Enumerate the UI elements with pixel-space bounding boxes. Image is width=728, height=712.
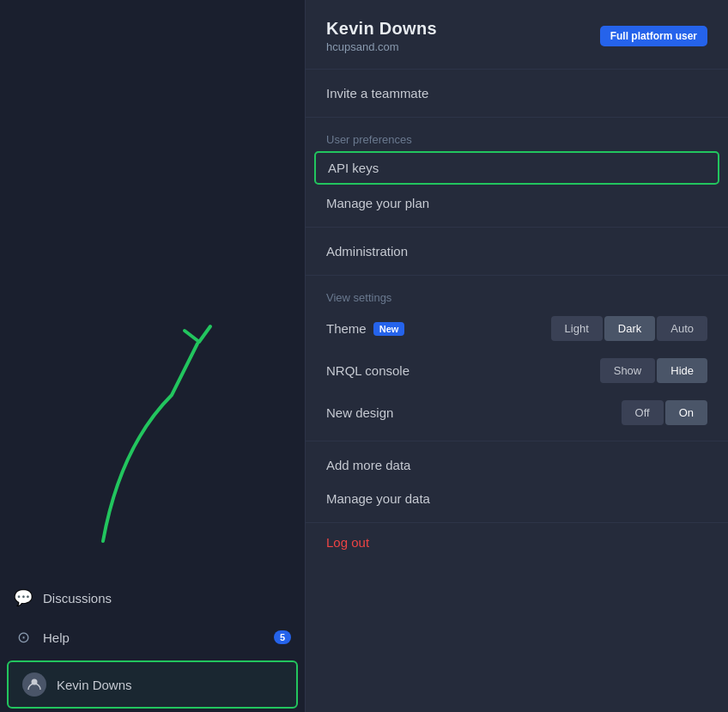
avatar bbox=[22, 672, 46, 697]
manage-data-label: Manage your data bbox=[326, 491, 430, 506]
help-icon: ⊙ bbox=[14, 628, 33, 647]
theme-toggle-group: Light Dark Auto bbox=[551, 316, 707, 341]
user-name: Kevin Downs bbox=[326, 19, 437, 39]
new-design-row: New design Off On bbox=[306, 392, 728, 434]
sidebar-item-help-label: Help bbox=[43, 630, 70, 645]
sidebar-item-user[interactable]: Kevin Downs bbox=[7, 660, 298, 709]
user-header: Kevin Downs hcupsand.com Full platform u… bbox=[306, 0, 728, 70]
user-preferences-section-label: User preferences bbox=[306, 125, 728, 149]
sidebar-bottom: 💬 Discussions ⊙ Help 5 Kevin Downs bbox=[0, 578, 305, 712]
arrow-annotation bbox=[52, 275, 258, 550]
new-design-on-button[interactable]: On bbox=[665, 400, 707, 425]
view-settings-label: View settings bbox=[306, 283, 728, 307]
add-more-data-item[interactable]: Add more data bbox=[306, 448, 728, 482]
new-design-label-text: New design bbox=[326, 405, 393, 420]
new-design-off-button[interactable]: Off bbox=[622, 400, 664, 425]
api-keys-label: API keys bbox=[328, 161, 379, 175]
data-section: Add more data Manage your data bbox=[306, 441, 728, 523]
nrql-row: NRQL console Show Hide bbox=[306, 350, 728, 392]
help-badge: 5 bbox=[274, 630, 291, 644]
add-more-data-label: Add more data bbox=[326, 458, 410, 472]
administration-menu-item[interactable]: Administration bbox=[306, 234, 728, 268]
sidebar-item-discussions[interactable]: 💬 Discussions bbox=[0, 578, 305, 618]
invite-teammate-button[interactable]: Invite a teammate bbox=[306, 76, 728, 110]
sidebar-user-name: Kevin Downs bbox=[57, 678, 132, 692]
nrql-show-button[interactable]: Show bbox=[600, 358, 656, 383]
logout-label: Log out bbox=[326, 535, 369, 550]
manage-plan-menu-item[interactable]: Manage your plan bbox=[306, 186, 728, 220]
api-keys-menu-item[interactable]: API keys bbox=[314, 151, 719, 185]
logout-button[interactable]: Log out bbox=[306, 523, 728, 562]
discussions-icon: 💬 bbox=[14, 588, 33, 607]
theme-label: Theme New bbox=[326, 321, 404, 336]
user-info: Kevin Downs hcupsand.com bbox=[326, 19, 437, 53]
theme-new-badge: New bbox=[373, 322, 405, 336]
theme-auto-button[interactable]: Auto bbox=[657, 316, 707, 341]
theme-label-text: Theme bbox=[326, 321, 367, 336]
theme-dark-button[interactable]: Dark bbox=[604, 316, 655, 341]
theme-row: Theme New Light Dark Auto bbox=[306, 307, 728, 350]
user-role-badge: Full platform user bbox=[600, 26, 707, 46]
user-preferences-section: User preferences API keys Manage your pl… bbox=[306, 118, 728, 228]
nrql-label-text: NRQL console bbox=[326, 363, 410, 378]
nrql-hide-button[interactable]: Hide bbox=[657, 358, 707, 383]
administration-section: Administration bbox=[306, 228, 728, 276]
manage-plan-label: Manage your plan bbox=[326, 196, 429, 210]
new-design-toggle-group: Off On bbox=[622, 400, 707, 425]
theme-light-button[interactable]: Light bbox=[551, 316, 603, 341]
nrql-label: NRQL console bbox=[326, 363, 410, 378]
sidebar-item-help[interactable]: ⊙ Help 5 bbox=[0, 618, 305, 657]
nrql-toggle-group: Show Hide bbox=[600, 358, 707, 383]
sidebar: 💬 Discussions ⊙ Help 5 Kevin Downs bbox=[0, 0, 305, 712]
sidebar-item-discussions-label: Discussions bbox=[43, 591, 112, 606]
manage-data-item[interactable]: Manage your data bbox=[306, 482, 728, 515]
user-email: hcupsand.com bbox=[326, 40, 437, 53]
invite-section: Invite a teammate bbox=[306, 70, 728, 118]
invite-teammate-label: Invite a teammate bbox=[326, 86, 428, 100]
dropdown-menu: Kevin Downs hcupsand.com Full platform u… bbox=[305, 0, 728, 712]
new-design-label: New design bbox=[326, 405, 393, 420]
administration-label: Administration bbox=[326, 244, 408, 259]
view-settings-section: View settings Theme New Light Dark Auto … bbox=[306, 276, 728, 441]
